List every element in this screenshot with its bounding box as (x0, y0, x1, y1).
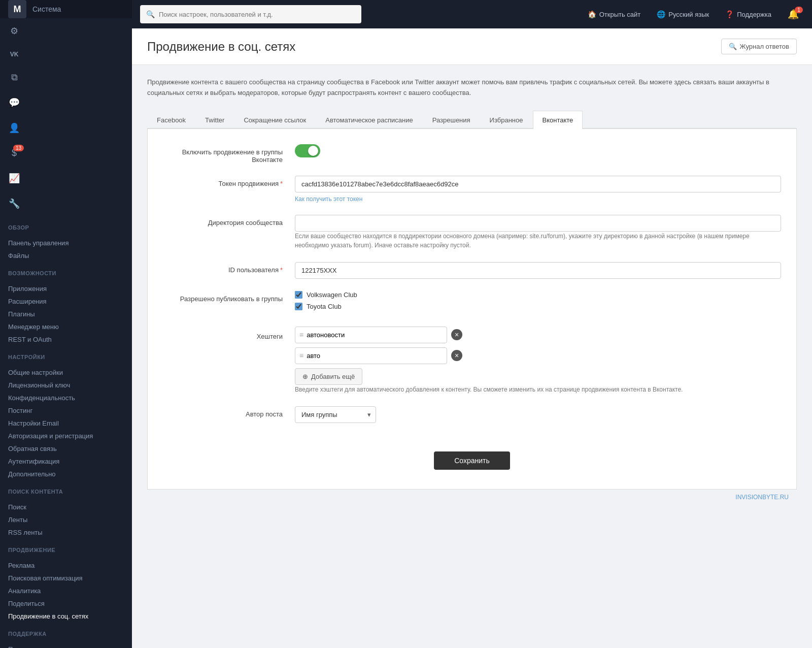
tab-permissions[interactable]: Разрешения (423, 111, 480, 129)
chart-icon: 📈 (8, 173, 20, 184)
remove-hashtag-1-btn[interactable]: × (451, 350, 462, 361)
enable-toggle[interactable] (295, 144, 320, 157)
sidebar-item-auth[interactable]: Аутентификация (0, 455, 132, 468)
token-required: * (280, 180, 283, 187)
sidebar-item-posting[interactable]: Постинг (0, 404, 132, 417)
author-select[interactable]: Имя группы Автор (295, 406, 376, 423)
tab-schedule[interactable]: Автоматическое расписание (316, 111, 423, 129)
token-help-link[interactable]: Как получить этот токен (295, 196, 781, 203)
sidebar-item-analytics[interactable]: Аналитика (0, 585, 132, 597)
sidebar-item-share[interactable]: Поделиться (0, 597, 132, 610)
group-vw-checkbox[interactable] (295, 291, 302, 299)
hashtag-input-1[interactable]: ≡ (295, 347, 447, 364)
sidebar-section-vozmozhnosti: ВОЗМОЖНОСТИ Приложения Расширения Плагин… (0, 262, 132, 346)
language-btn[interactable]: 🌐 Русский язык (652, 7, 714, 21)
sidebar-nav-chat[interactable]: 💬 (0, 90, 132, 115)
group-toyota-checkbox[interactable] (295, 303, 302, 310)
token-label: Токен продвижения* (163, 176, 295, 187)
sidebar-item-seo[interactable]: Поисковая оптимизация (0, 572, 132, 585)
sidebar-item-ads[interactable]: Реклама (0, 559, 132, 572)
open-site-btn[interactable]: 🏠 Открыть сайт (583, 7, 646, 21)
community-dir-input[interactable] (295, 215, 781, 232)
sidebar-item-extensions[interactable]: Расширения (0, 295, 132, 308)
user-id-required: * (280, 266, 283, 274)
sidebar-section-title-promo: ПРОДВИЖЕНИЕ (8, 547, 124, 553)
sidebar-nav-dollar[interactable]: $ 13 (0, 141, 132, 166)
search-box[interactable]: 🔍 (140, 5, 361, 23)
remove-hashtag-0-btn[interactable]: × (451, 329, 462, 340)
search-input[interactable] (159, 11, 355, 18)
sidebar-item-files[interactable]: Файлы (0, 249, 132, 262)
support-btn[interactable]: ❓ Поддержка (720, 7, 776, 21)
sidebar-item-search[interactable]: Поиск (0, 501, 132, 513)
sidebar-item-additional[interactable]: Дополнительно (0, 468, 132, 480)
sidebar-section-obzor: ОБЗОР Панель управления Файлы (0, 216, 132, 262)
sidebar-nav-tool[interactable]: 🔧 (0, 191, 132, 216)
hashtags-help-text: Введите хэштеги для автоматического доба… (295, 386, 683, 393)
close-icon-0: × (455, 331, 459, 339)
sidebar-item-feedback[interactable]: Обратная связь (0, 442, 132, 455)
tab-favorites[interactable]: Избранное (480, 111, 533, 129)
chat-icon: 💬 (8, 97, 20, 108)
support-icon: ❓ (725, 10, 734, 18)
add-hashtag-btn[interactable]: ⊕ Добавить ещё (295, 368, 362, 385)
sidebar-item-apps[interactable]: Приложения (0, 282, 132, 295)
dollar-badge: 13 (13, 145, 24, 151)
tab-shortlink[interactable]: Сокращение ссылок (234, 111, 316, 129)
sidebar-section-title-search: ПОИСК КОНТЕНТА (8, 489, 124, 495)
token-input[interactable] (295, 176, 781, 192)
sidebar-item-license[interactable]: Лицензионный ключ (0, 379, 132, 392)
sidebar-item-rest-oauth[interactable]: REST и OAuth (0, 333, 132, 346)
tabs-bar: Facebook Twitter Сокращение ссылок Автом… (147, 111, 797, 129)
sidebar-item-rss[interactable]: RSS ленты (0, 526, 132, 539)
sidebar-item-support[interactable]: Поддержка (0, 643, 132, 648)
enable-control (295, 144, 781, 157)
form-row-groups: Разрешено публиковать в группы Volkswage… (163, 291, 781, 314)
groups-label: Разрешено публиковать в группы (163, 291, 295, 303)
author-select-wrap: Имя группы Автор (295, 406, 376, 423)
sidebar-item-general[interactable]: Общие настройки (0, 366, 132, 379)
search-small-icon: 🔍 (729, 43, 737, 50)
sidebar-item-plugins[interactable]: Плагины (0, 308, 132, 320)
sidebar-nav-copy[interactable]: ⧉ (0, 65, 132, 90)
tab-facebook[interactable]: Facebook (147, 111, 195, 129)
sidebar-nav-gear[interactable]: ⚙ (0, 18, 132, 44)
sidebar-section-title-support: ПОДДЕРЖКА (8, 631, 124, 637)
sidebar-section-nastroyki: НАСТРОЙКИ Общие настройки Лицензионный к… (0, 346, 132, 480)
group-toyota: Toyota Club (295, 303, 781, 310)
token-control: Как получить этот токен (295, 176, 781, 203)
hashtag-field-0[interactable] (307, 327, 443, 343)
sidebar-header: M Система (0, 0, 132, 18)
form-row-user-id: ID пользователя* (163, 262, 781, 279)
hashtag-input-0[interactable]: ≡ (295, 327, 447, 343)
sidebar-item-social-promo[interactable]: Продвижение в соц. сетях (0, 610, 132, 623)
sidebar-item-menu-manager[interactable]: Менеджер меню (0, 320, 132, 333)
sidebar-item-dashboard[interactable]: Панель управления (0, 237, 132, 249)
user-id-input[interactable] (295, 262, 781, 279)
description-text: Продвижение контента с вашего сообщества… (147, 77, 797, 99)
enable-label: Включить продвижение в группы Вконтакте (163, 144, 295, 164)
hashtag-field-1[interactable] (307, 348, 443, 364)
sidebar-item-auth-reg[interactable]: Авторизация и регистрация (0, 430, 132, 442)
sidebar-nav-user[interactable]: 👤 (0, 115, 132, 141)
save-button[interactable]: Сохранить (434, 451, 510, 470)
vk-icon: VK (8, 51, 20, 58)
tab-vkontakte[interactable]: Вконтакте (533, 111, 583, 129)
groups-control: Volkswagen Club Toyota Club (295, 291, 781, 314)
notifications-btn[interactable]: 🔔 1 (783, 6, 804, 23)
sidebar-item-privacy[interactable]: Конфиденциальность (0, 392, 132, 404)
sidebar-item-email[interactable]: Настройки Email (0, 417, 132, 430)
toggle-slider (295, 144, 320, 157)
journal-btn[interactable]: 🔍 Журнал ответов (721, 39, 797, 54)
community-dir-help: Если ваше сообщество находится в поддире… (295, 233, 750, 249)
sidebar-nav-vk[interactable]: VK (0, 44, 132, 65)
sidebar-nav-chart[interactable]: 📈 (0, 166, 132, 191)
tab-twitter[interactable]: Twitter (195, 111, 234, 129)
group-vw: Volkswagen Club (295, 291, 781, 299)
hashtag-row-1: ≡ × (295, 347, 781, 364)
form-row-hashtags: Хештеги ≡ × (163, 327, 781, 394)
sidebar-system-label: Система (32, 5, 61, 13)
content-area: Продвижение в соц. сетях 🔍 Журнал ответо… (132, 28, 812, 648)
sidebar-section-search: ПОИСК КОНТЕНТА Поиск Ленты RSS ленты (0, 480, 132, 539)
sidebar-item-feeds[interactable]: Ленты (0, 513, 132, 526)
